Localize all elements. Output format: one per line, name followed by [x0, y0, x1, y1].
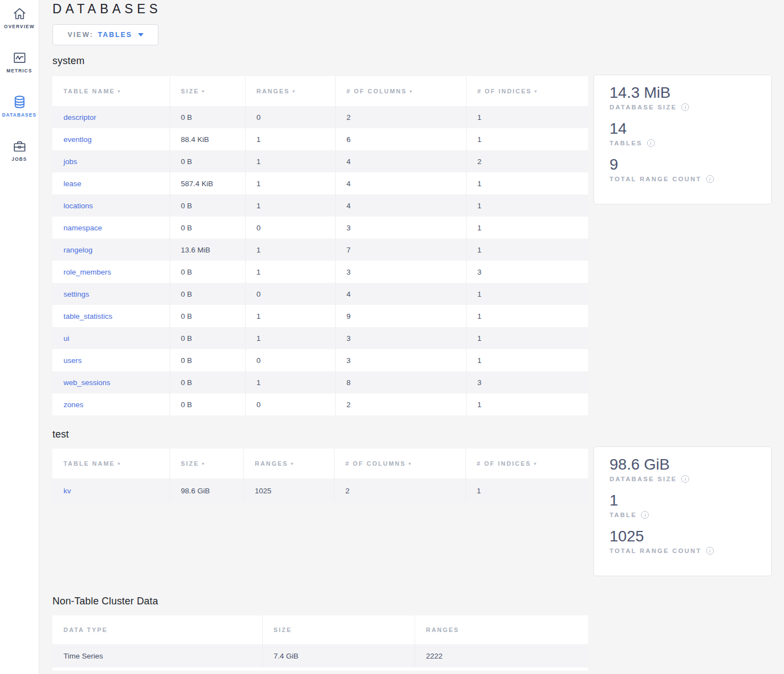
- table-name-cell: rangelog: [52, 239, 169, 261]
- table-row: rangelog13.6 MiB171: [52, 239, 588, 261]
- jobs-briefcase-icon: [12, 139, 27, 154]
- table-name-cell: eventlog: [52, 128, 169, 150]
- view-dropdown-button[interactable]: VIEW: TABLES: [52, 24, 158, 45]
- table-value-cell: 98.6 GiB: [169, 478, 243, 503]
- table-name-link[interactable]: web_sessions: [63, 378, 110, 387]
- column-header-data-type: DATA TYPE: [52, 615, 262, 644]
- info-icon[interactable]: i: [647, 139, 655, 147]
- table-name-link[interactable]: eventlog: [63, 135, 92, 144]
- column-label: RANGES: [255, 460, 288, 467]
- partial-next-row: [52, 667, 588, 671]
- column-header-ranges[interactable]: RANGES▾: [243, 449, 334, 478]
- table-value-cell: 1: [466, 305, 588, 327]
- column-label: # OF COLUMNS: [346, 460, 406, 467]
- column-header-ranges: RANGES: [415, 615, 588, 644]
- column-header--of-columns[interactable]: # OF COLUMNS▾: [334, 449, 465, 478]
- info-icon[interactable]: i: [681, 103, 689, 111]
- table-value-cell: 8: [335, 371, 466, 393]
- table-name-link[interactable]: lease: [63, 180, 81, 188]
- table-name-cell: kv: [52, 478, 169, 503]
- table-name-link[interactable]: kv: [63, 487, 71, 495]
- table-name-link[interactable]: namespace: [63, 224, 102, 232]
- sort-caret-icon: ▾: [202, 89, 205, 94]
- column-label: DATA TYPE: [63, 626, 108, 633]
- stat-value: 1: [610, 491, 771, 510]
- table-name-link[interactable]: users: [63, 356, 82, 365]
- table-value-cell: 1: [466, 172, 588, 194]
- table-value-cell: 2: [335, 106, 466, 128]
- table-value-cell: 2: [334, 478, 465, 503]
- column-header-size[interactable]: SIZE▾: [169, 76, 245, 106]
- info-icon[interactable]: i: [641, 511, 649, 519]
- column-header--of-columns[interactable]: # OF COLUMNS▾: [335, 76, 466, 106]
- column-label: RANGES: [257, 88, 290, 94]
- table-name-cell: zones: [52, 393, 169, 415]
- sort-caret-icon: ▾: [291, 461, 294, 466]
- table-header-row: DATA TYPESIZERANGES: [52, 615, 588, 644]
- sidebar-item-label: DATABASES: [0, 112, 39, 118]
- info-icon[interactable]: i: [706, 175, 714, 183]
- table-value-cell: 7: [335, 239, 466, 261]
- sidebar-item-overview[interactable]: OVERVIEW: [0, 0, 39, 44]
- table-name-link[interactable]: descriptor: [63, 113, 96, 122]
- databases-page: OVERVIEW METRICS DATABASES: [0, 0, 784, 674]
- sidebar-item-databases[interactable]: DATABASES: [0, 88, 39, 133]
- stat-value: 1025: [610, 526, 771, 546]
- table-name-link[interactable]: role_members: [63, 268, 111, 276]
- table-value-cell: 0: [245, 393, 335, 415]
- stat-label: TOTAL RANGE COUNT: [610, 547, 702, 554]
- table-value-cell: 0 B: [169, 283, 245, 305]
- table-value-cell: 2: [466, 150, 588, 172]
- table-name-link[interactable]: zones: [63, 401, 83, 409]
- column-header-ranges[interactable]: RANGES▾: [245, 76, 335, 106]
- sort-caret-icon: ▾: [118, 89, 121, 94]
- database-summary-card-system: 14.3 MiB DATABASE SIZE i 14 TABLES i 9 T…: [594, 75, 772, 204]
- table-name-link[interactable]: table_statistics: [63, 312, 113, 320]
- test-tables-table: TABLE NAME▾SIZE▾RANGES▾# OF COLUMNS▾# OF…: [52, 449, 588, 503]
- table-value-cell: 0: [245, 349, 335, 371]
- table-value-cell: 1: [466, 393, 588, 415]
- stat-range-count: 1025 TOTAL RANGE COUNT i: [610, 526, 771, 555]
- table-value-cell: 0 B: [169, 150, 245, 172]
- view-dropdown-value: TABLES: [98, 31, 132, 39]
- info-icon[interactable]: i: [706, 547, 714, 555]
- table-value-cell: 1: [466, 194, 588, 217]
- table-value-cell: 3: [335, 217, 466, 239]
- table-name-link[interactable]: jobs: [63, 157, 77, 166]
- column-header-size[interactable]: SIZE▾: [169, 449, 243, 478]
- table-name-link[interactable]: rangelog: [63, 246, 93, 254]
- column-label: SIZE: [274, 626, 292, 633]
- table-value-cell: 3: [335, 327, 466, 349]
- column-header-table-name[interactable]: TABLE NAME▾: [52, 449, 169, 478]
- stat-value: 9: [610, 155, 771, 175]
- table-name-link[interactable]: settings: [63, 290, 89, 298]
- column-header-table-name[interactable]: TABLE NAME▾: [52, 76, 169, 106]
- table-value-cell: 1: [466, 283, 588, 305]
- column-header--of-indices[interactable]: # OF INDICES▾: [465, 449, 588, 478]
- table-name-cell: lease: [52, 172, 169, 194]
- table-value-cell: 0: [245, 106, 335, 128]
- table-value-cell: 9: [335, 305, 466, 327]
- sort-caret-icon: ▾: [534, 461, 537, 466]
- table-value-cell: 0 B: [169, 305, 245, 327]
- sort-caret-icon: ▾: [534, 89, 538, 94]
- column-label: RANGES: [426, 626, 459, 633]
- column-header--of-indices[interactable]: # OF INDICES▾: [466, 76, 588, 106]
- sidebar-item-metrics[interactable]: METRICS: [0, 44, 39, 88]
- table-value-cell: 587.4 KiB: [169, 172, 245, 194]
- table-value-cell: 1: [466, 239, 588, 261]
- stat-database-size: 14.3 MiB DATABASE SIZE i: [610, 83, 771, 111]
- table-name-link[interactable]: locations: [63, 202, 93, 210]
- table-name-cell: settings: [52, 283, 169, 305]
- table-row: eventlog88.4 KiB161: [52, 128, 588, 150]
- page-title: DATABASES: [52, 2, 162, 17]
- table-row: role_members0 B133: [52, 261, 588, 283]
- database-summary-card-test: 98.6 GiB DATABASE SIZE i 1 TABLE i 1025 …: [594, 446, 772, 576]
- table-value-cell: 1: [466, 106, 588, 128]
- table-name-link[interactable]: ui: [63, 334, 70, 343]
- column-label: SIZE: [181, 88, 199, 94]
- sidebar-item-jobs[interactable]: JOBS: [0, 133, 39, 177]
- info-icon[interactable]: i: [681, 475, 689, 483]
- table-value-cell: 0 B: [169, 217, 245, 239]
- table-header-row: TABLE NAME▾SIZE▾RANGES▾# OF COLUMNS▾# OF…: [52, 449, 588, 478]
